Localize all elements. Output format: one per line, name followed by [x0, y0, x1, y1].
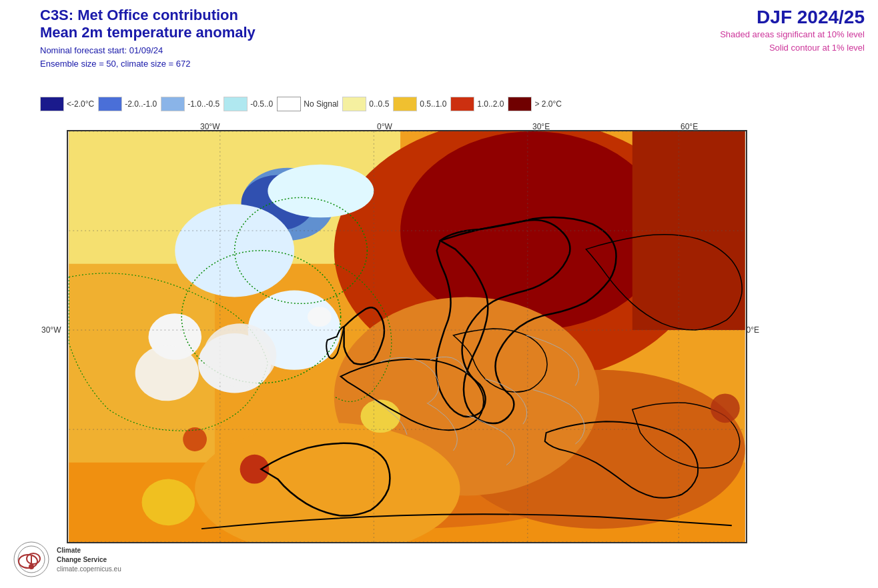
legend-label-9: > 2.0°C [534, 99, 562, 109]
legend-color-4 [224, 97, 248, 111]
title-main: Mean 2m temperature anomaly [40, 24, 256, 41]
svg-point-49 [29, 564, 34, 569]
sig-line2: Solid contour at 1% level [720, 41, 865, 55]
map-svg [68, 131, 746, 542]
significance-text: Shaded areas significant at 10% level So… [720, 28, 865, 54]
header-right: DJF 2024/25 Shaded areas significant at … [720, 7, 865, 54]
legend-item-5: No Signal [277, 97, 338, 111]
map-container [67, 130, 747, 543]
meta-line1: Nominal forecast start: 01/09/24 [40, 44, 256, 57]
legend-label-5: No Signal [304, 99, 338, 109]
legend-color-5 [277, 97, 301, 111]
sig-line1: Shaded areas significant at 10% level [720, 28, 865, 41]
season-label: DJF 2024/25 [720, 7, 865, 28]
legend-color-6 [342, 97, 366, 111]
legend-color-8 [450, 97, 474, 111]
legend-item-2: -2.0..-1.0 [98, 97, 157, 111]
title-org: C3S: Met Office contribution [40, 7, 256, 24]
legend-label-4: -0.5..0 [250, 99, 273, 109]
legend-label-1: <-2.0°C [67, 99, 94, 109]
svg-point-37 [308, 307, 332, 327]
meta-info: Nominal forecast start: 01/09/24 Ensembl… [40, 44, 256, 70]
legend-color-1 [40, 97, 64, 111]
footer-org: ClimateChange Service [57, 546, 121, 565]
footer-url: climate.copernicus.eu [57, 565, 121, 574]
legend-label-6: 0..0.5 [369, 99, 389, 109]
legend-item-9: > 2.0°C [508, 97, 562, 111]
legend-color-3 [161, 97, 185, 111]
footer: ClimateChange Service climate.copernicus… [13, 541, 121, 578]
legend-item-6: 0..0.5 [342, 97, 389, 111]
footer-logo [13, 541, 50, 578]
legend-item-7: 0.5..1.0 [393, 97, 446, 111]
legend-label-7: 0.5..1.0 [420, 99, 446, 109]
svg-point-43 [711, 393, 740, 423]
svg-rect-13 [632, 131, 745, 330]
svg-point-22 [240, 455, 270, 484]
legend-color-7 [393, 97, 417, 111]
svg-point-21 [142, 479, 195, 526]
header-left: C3S: Met Office contribution Mean 2m tem… [40, 7, 256, 70]
svg-point-47 [27, 553, 40, 564]
svg-point-7 [268, 165, 374, 217]
legend-label-3: -1.0..-0.5 [187, 99, 220, 109]
footer-text-block: ClimateChange Service climate.copernicus… [57, 546, 121, 574]
legend-label-8: 1.0..2.0 [477, 99, 504, 109]
legend-color-2 [98, 97, 122, 111]
legend-item-1: <-2.0°C [40, 97, 94, 111]
legend: <-2.0°C -2.0..-1.0 -1.0..-0.5 -0.5..0 No… [40, 97, 566, 111]
legend-color-9 [508, 97, 532, 111]
svg-point-36 [203, 323, 276, 387]
legend-label-2: -2.0..-1.0 [125, 99, 157, 109]
legend-item-4: -0.5..0 [224, 97, 273, 111]
legend-item-3: -1.0..-0.5 [161, 97, 220, 111]
meta-line2: Ensemble size = 50, climate size = 672 [40, 57, 256, 71]
legend-item-8: 1.0..2.0 [450, 97, 504, 111]
axis-left-30w: 30°W [41, 325, 61, 335]
svg-point-35 [135, 345, 199, 401]
